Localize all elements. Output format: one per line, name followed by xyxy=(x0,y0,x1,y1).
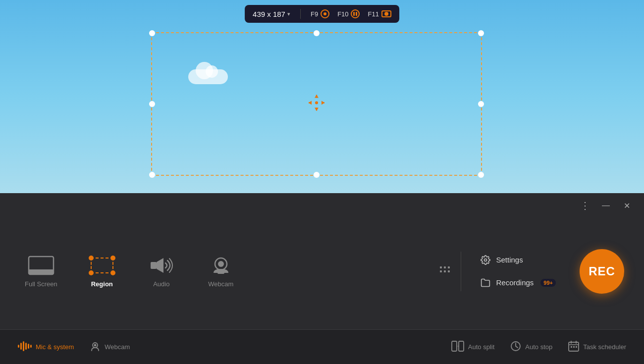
svg-rect-36 xyxy=(573,346,575,348)
f10-shortcut-button[interactable]: F10 xyxy=(337,9,360,18)
audio-icon xyxy=(147,255,176,276)
recordings-button[interactable]: Recordings 99+ xyxy=(476,275,560,290)
move-icon[interactable] xyxy=(306,92,327,116)
auto-split-button[interactable]: Auto split xyxy=(443,337,502,357)
svg-rect-19 xyxy=(18,345,19,348)
pause-icon xyxy=(351,9,360,18)
svg-marker-8 xyxy=(157,258,163,273)
minimize-button[interactable]: — xyxy=(598,198,613,213)
task-scheduler-label: Task scheduler xyxy=(583,343,626,351)
svg-rect-15 xyxy=(440,270,442,272)
webcam-bottom-icon xyxy=(90,341,101,353)
svg-rect-13 xyxy=(444,266,446,268)
svg-rect-23 xyxy=(28,344,29,349)
mode-buttons: Full Screen Region xyxy=(10,250,434,293)
auto-stop-button[interactable]: Auto stop xyxy=(502,337,560,357)
f9-shortcut-button[interactable]: F9 xyxy=(311,9,329,18)
gear-icon xyxy=(480,255,491,265)
main-toolbar: Full Screen Region xyxy=(0,213,644,329)
svg-point-10 xyxy=(218,261,224,267)
webcam-label: Webcam xyxy=(208,280,233,288)
svg-rect-20 xyxy=(20,343,22,350)
chevron-down-icon: ▾ xyxy=(287,11,290,17)
separator xyxy=(300,9,301,19)
more-options-button[interactable]: ⋮ xyxy=(578,198,592,213)
task-scheduler-icon xyxy=(568,341,579,353)
task-scheduler-button[interactable]: Task scheduler xyxy=(560,337,634,357)
audio-mode-button[interactable]: Audio xyxy=(132,250,191,293)
cloud-decoration xyxy=(188,69,228,84)
svg-rect-7 xyxy=(151,262,157,269)
region-mode-button[interactable]: Region xyxy=(72,250,132,293)
dimension-dropdown[interactable]: 439 x 187 ▾ xyxy=(253,10,290,18)
mic-system-label: Mic & system xyxy=(36,343,74,351)
recordings-badge: 99+ xyxy=(540,279,556,287)
toolbar-divider xyxy=(461,252,461,291)
svg-point-18 xyxy=(484,259,487,261)
mic-system-button[interactable]: Mic & system xyxy=(10,337,82,357)
fullscreen-mode-button[interactable]: Full Screen xyxy=(10,250,72,293)
settings-label: Settings xyxy=(496,256,523,264)
f11-label: F11 xyxy=(368,10,379,18)
waveform-icon xyxy=(18,341,32,353)
webcam-bottom-button[interactable]: Webcam xyxy=(82,337,138,357)
auto-stop-icon xyxy=(510,341,521,353)
folder-icon xyxy=(480,277,491,288)
handle-bottom-left[interactable] xyxy=(149,172,155,178)
selection-region[interactable] xyxy=(151,32,482,176)
handle-top-right[interactable] xyxy=(478,30,484,36)
svg-rect-6 xyxy=(29,269,54,274)
f11-shortcut-button[interactable]: F11 xyxy=(368,10,391,18)
audio-label: Audio xyxy=(153,280,169,288)
handle-middle-right[interactable] xyxy=(478,101,484,107)
webcam-bottom-label: Webcam xyxy=(105,343,130,351)
camera-icon xyxy=(381,10,391,17)
f9-label: F9 xyxy=(311,10,318,18)
f10-label: F10 xyxy=(337,10,348,18)
right-panel: Settings Recordings 99+ xyxy=(466,248,570,295)
svg-rect-27 xyxy=(452,341,457,351)
svg-rect-22 xyxy=(25,343,27,350)
svg-rect-28 xyxy=(459,341,464,351)
handle-top-center[interactable] xyxy=(314,30,320,36)
svg-rect-24 xyxy=(30,345,32,348)
svg-point-4 xyxy=(315,102,318,104)
auto-split-label: Auto split xyxy=(468,343,494,351)
svg-rect-12 xyxy=(440,266,442,268)
dimension-value: 439 x 187 xyxy=(253,10,285,18)
svg-rect-37 xyxy=(576,346,577,348)
svg-rect-21 xyxy=(23,341,24,351)
sky-background: 439 x 187 ▾ F9 F10 F11 xyxy=(0,0,644,193)
record-icon xyxy=(321,9,329,18)
handle-bottom-center[interactable] xyxy=(314,172,320,178)
window-controls: ⋮ — ✕ xyxy=(0,193,644,213)
bottom-panel: ⋮ — ✕ Full Screen xyxy=(0,193,644,364)
dimensions-tooltip: 439 x 187 ▾ F9 F10 F11 xyxy=(245,5,399,23)
svg-rect-11 xyxy=(217,272,224,274)
close-button[interactable]: ✕ xyxy=(619,198,634,213)
handle-middle-left[interactable] xyxy=(149,101,155,107)
settings-button[interactable]: Settings xyxy=(476,253,560,267)
rec-button[interactable]: REC xyxy=(580,249,624,294)
auto-stop-label: Auto stop xyxy=(525,343,552,351)
region-label: Region xyxy=(91,280,113,288)
webcam-icon xyxy=(207,255,235,276)
region-icon xyxy=(88,255,116,276)
recordings-label: Recordings xyxy=(496,278,534,287)
svg-point-26 xyxy=(94,344,97,347)
svg-rect-35 xyxy=(571,346,572,348)
fullscreen-icon xyxy=(27,255,55,276)
handle-top-left[interactable] xyxy=(149,30,155,36)
svg-rect-16 xyxy=(444,270,446,272)
auto-split-icon xyxy=(451,341,464,353)
bottom-bar: Mic & system Webcam xyxy=(0,329,644,364)
handle-bottom-right[interactable] xyxy=(478,172,484,178)
svg-rect-14 xyxy=(448,266,450,268)
grid-more-button[interactable] xyxy=(434,260,456,282)
svg-rect-17 xyxy=(448,270,450,272)
webcam-mode-button[interactable]: Webcam xyxy=(191,250,251,293)
fullscreen-label: Full Screen xyxy=(25,280,57,288)
